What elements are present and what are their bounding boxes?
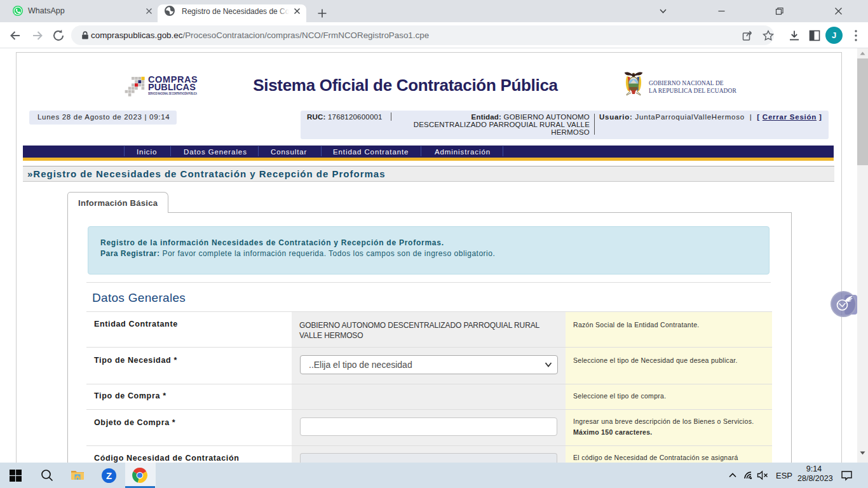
svg-text:SERVICIO NACIONAL DE CONTRATAC: SERVICIO NACIONAL DE CONTRATACIÓN PÚBLIC… xyxy=(148,92,197,95)
